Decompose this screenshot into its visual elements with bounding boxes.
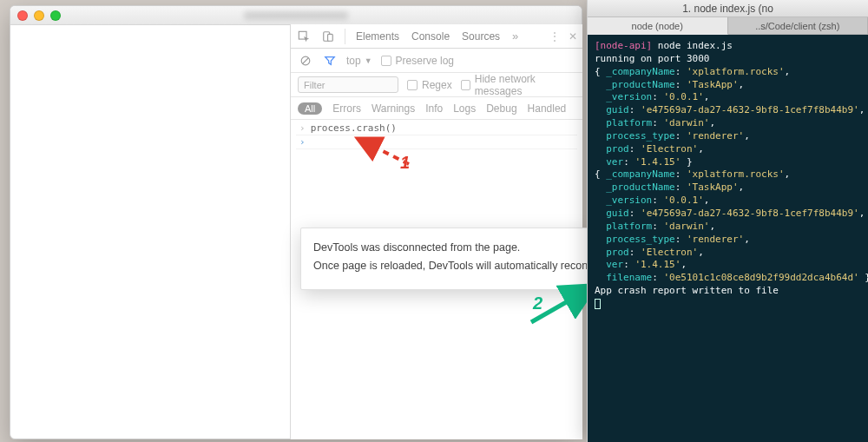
term-val: e47569a7-da27-4632-9bf8-1cef7f8b44b9 [647,208,853,219]
hide-network-checkbox[interactable]: Hide network messages [461,73,575,97]
cursor-icon [595,299,601,309]
tab-elements[interactable]: Elements [354,29,401,44]
annotation-number-1: 1 [400,153,410,173]
devtools-level-chips: All Errors Warnings Info Logs Debug Hand… [291,97,582,120]
term-val: 0e5101c1c08ce8d9b2f99dd2dca4b64d [669,272,853,283]
devtools-console[interactable]: › process.crash() › [291,120,582,151]
zoom-icon[interactable] [50,10,61,21]
svg-rect-2 [328,34,333,41]
clear-console-icon[interactable] [298,53,313,69]
term-val: darwin [669,117,704,129]
terminal-tab-node[interactable]: node (node) [588,17,728,35]
terminal-window-title: 1. node index.js (no [682,3,773,15]
tabs-overflow-icon[interactable]: » [512,30,518,43]
terminal-prompt-context: [node-api] [595,40,652,51]
hide-network-label: Hide network messages [475,73,575,97]
device-icon[interactable] [320,29,336,44]
disconnected-line1: DevTools was disconnected from the page. [313,239,575,257]
preserve-log-checkbox[interactable]: Preserve log [381,55,454,67]
context-label: top [346,55,361,67]
term-val: renderer [693,234,739,245]
checkbox-icon [407,80,418,90]
filter-input[interactable]: Filter [298,76,398,93]
devtools-disconnected-card: DevTools was disconnected from the page.… [300,228,589,290]
devtools-toolbar: top ▼ Preserve log [291,49,582,73]
console-prompt[interactable]: › [296,135,577,149]
chevron-right-icon: › [299,136,306,148]
checkbox-icon [381,56,391,66]
term-val: renderer [693,130,739,142]
terminal-output[interactable]: [node-api] node index.js running on port… [588,35,868,442]
terminal-window: 1. node index.js (no node (node) ..s/Cod… [587,0,868,442]
inspect-icon[interactable] [296,29,312,44]
chip-warnings[interactable]: Warnings [372,102,415,115]
traffic-lights[interactable] [17,10,61,21]
annotation-number-2: 2 [533,294,542,313]
term-val: xplatform.rocks [693,168,779,180]
chip-debug[interactable]: Debug [486,102,516,115]
chip-logs[interactable]: Logs [453,102,476,115]
regex-checkbox[interactable]: Regex [407,79,452,91]
chip-info[interactable]: Info [425,102,443,115]
checkbox-icon [461,80,470,90]
tab-sources[interactable]: Sources [460,29,502,44]
terminal-crash-line: App crash report written to file [595,285,779,296]
filter-icon[interactable] [322,53,338,69]
term-val: 1.4.15 [641,259,675,270]
terminal-line: running on port 3000 [595,53,709,64]
term-val: 0.0.1 [669,195,698,206]
terminal-tab-zsh[interactable]: ..s/Code/client (zsh) [728,17,869,35]
devtools-filterbar: Filter Regex Hide network messages [291,73,582,97]
devtools-tabbar: Elements Console Sources » ⋮ ✕ [291,24,582,49]
preserve-log-label: Preserve log [396,55,454,67]
svg-line-4 [303,57,309,63]
window-title-blurred [244,11,348,20]
chip-all[interactable]: All [298,102,322,115]
term-val: Electron [647,143,693,155]
filter-placeholder: Filter [304,80,325,90]
tab-console[interactable]: Console [410,29,451,44]
term-val: 1.4.15 [641,156,675,168]
regex-label: Regex [422,79,452,91]
term-val: 0.0.1 [669,91,698,102]
console-command: process.crash() [311,122,397,134]
kebab-icon[interactable]: ⋮ [549,30,560,43]
chip-handled[interactable]: Handled [528,102,567,115]
term-val: Electron [647,247,693,258]
close-icon[interactable] [17,10,28,21]
mac-titlebar [10,6,582,25]
terminal-command: node index.js [658,40,733,51]
disconnected-line2: Once page is reloaded, DevTools will aut… [313,257,575,275]
terminal-tabs: node (node) ..s/Code/client (zsh) [588,17,868,35]
chevron-down-icon: ▼ [365,56,372,65]
term-val: TaskApp [693,79,733,90]
close-devtools-icon[interactable]: ✕ [569,30,577,43]
term-val: xplatform.rocks [693,66,779,77]
term-val: darwin [669,221,704,232]
term-val: TaskApp [693,181,733,193]
context-dropdown[interactable]: top ▼ [346,55,372,67]
term-val: e47569a7-da27-4632-9bf8-1cef7f8b44b9 [647,104,853,115]
chip-errors[interactable]: Errors [332,102,361,115]
chevron-right-icon: › [299,122,306,134]
terminal-titlebar: 1. node index.js (no [588,0,868,17]
console-history-line: › process.crash() [296,122,577,135]
minimize-icon[interactable] [34,10,44,21]
